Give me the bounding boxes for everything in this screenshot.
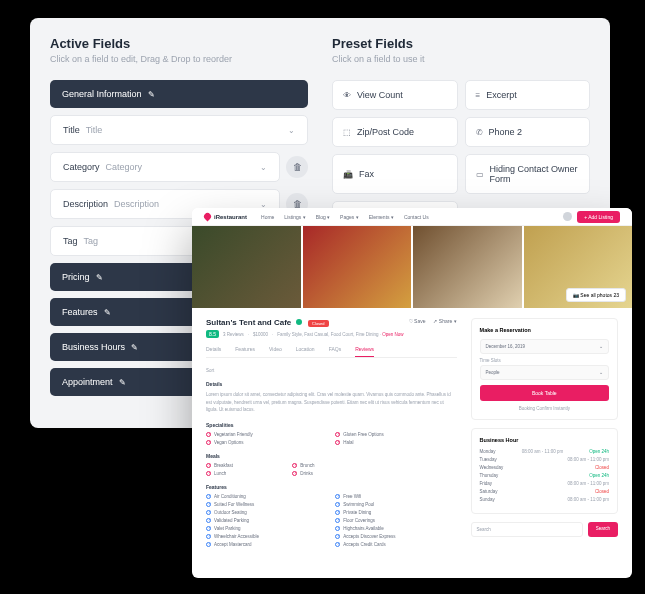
- eye-icon: 👁: [343, 91, 351, 100]
- section-general-info[interactable]: General Information ✎: [50, 80, 308, 108]
- feature-item: Accepts Discover Express: [335, 534, 456, 539]
- chevron-down-icon: ⌄: [288, 126, 295, 135]
- tab-details[interactable]: Details: [206, 346, 221, 357]
- zip-icon: ⬚: [343, 128, 351, 137]
- preset-fields-title: Preset Fields: [332, 36, 590, 51]
- booking-confirm-link[interactable]: Booking Confirm Instantly: [480, 406, 609, 411]
- meals-heading: Meals: [206, 453, 457, 459]
- listing-tabs: Details Features Video Location FAQs Rev…: [206, 346, 457, 358]
- feature-item: Free Wifi: [335, 494, 456, 499]
- check-icon: [335, 510, 340, 515]
- feature-item: Air Conditioning: [206, 494, 327, 499]
- feature-item: Validated Parking: [206, 518, 327, 523]
- check-icon: [206, 518, 211, 523]
- nav-listings[interactable]: Listings ▾: [284, 214, 305, 220]
- pencil-icon: ✎: [104, 308, 111, 317]
- nav-home[interactable]: Home: [261, 214, 274, 220]
- active-fields-subtitle: Click on a field to edit, Drag & Drop to…: [50, 54, 308, 64]
- check-icon: [206, 534, 211, 539]
- check-icon: [206, 432, 211, 437]
- people-select[interactable]: People⌄: [480, 365, 609, 380]
- search-input[interactable]: Search: [471, 522, 583, 537]
- feature-item: Private Dining: [335, 510, 456, 515]
- reviews-count[interactable]: 3 Reviews: [223, 332, 244, 337]
- search-widget: Search Search: [471, 522, 618, 537]
- check-icon: [335, 526, 340, 531]
- feature-item: Swimming Pool: [335, 502, 456, 507]
- nav-elements[interactable]: Elements ▾: [369, 214, 394, 220]
- reservation-card: Make a Reservation December 16, 2019⌄ Ti…: [471, 318, 618, 420]
- search-button[interactable]: Search: [588, 522, 618, 537]
- pin-icon: [203, 212, 213, 222]
- fax-icon: 📠: [343, 170, 353, 179]
- check-icon: [206, 502, 211, 507]
- check-icon: [335, 518, 340, 523]
- check-icon: [335, 440, 340, 445]
- chevron-down-icon: ⌄: [599, 344, 603, 349]
- delete-button[interactable]: 🗑: [286, 156, 308, 178]
- meal-item: Breakfast: [206, 463, 284, 468]
- hero-image-2[interactable]: [303, 226, 412, 308]
- chevron-down-icon: ⌄: [599, 370, 603, 375]
- feature-item: Outdoor Seating: [206, 510, 327, 515]
- chevron-down-icon: ⌄: [260, 163, 267, 172]
- tab-reviews[interactable]: Reviews: [355, 346, 374, 357]
- share-button[interactable]: ↗ Share ▾: [433, 318, 456, 324]
- hero-image-3[interactable]: [413, 226, 522, 308]
- restaurant-listing-preview: iRestaurant Home Listings ▾ Blog ▾ Pages…: [192, 208, 632, 578]
- field-category[interactable]: Category Category ⌄: [50, 152, 280, 182]
- add-listing-button[interactable]: + Add Listing: [577, 211, 620, 223]
- pencil-icon: ✎: [119, 378, 126, 387]
- tab-features[interactable]: Features: [235, 346, 255, 357]
- meal-item: Drinks: [292, 471, 370, 476]
- tab-faqs[interactable]: FAQs: [329, 346, 342, 357]
- preset-excerpt[interactable]: ≡Excerpt: [465, 80, 591, 110]
- check-icon: [206, 510, 211, 515]
- check-icon: [292, 463, 297, 468]
- preset-contact-form[interactable]: ▭Hiding Contact Owner Form: [465, 154, 591, 194]
- spec-item: Halal: [335, 440, 456, 445]
- hours-title: Business Hour: [480, 437, 609, 443]
- save-button[interactable]: ♡ Save: [409, 318, 426, 324]
- avatar[interactable]: [563, 212, 572, 221]
- see-all-photos-button[interactable]: 📷 See all photos 23: [566, 288, 626, 302]
- sort-dropdown[interactable]: Sort: [206, 368, 214, 373]
- nav-blog[interactable]: Blog ▾: [316, 214, 330, 220]
- hour-row: Sunday08:00 am - 11:00 pm: [480, 497, 609, 502]
- preset-fax[interactable]: 📠Fax: [332, 154, 458, 194]
- listing-main: Sultan's Tent and Cafe Closed 8.5 3 Revi…: [206, 318, 457, 547]
- top-nav: iRestaurant Home Listings ▾ Blog ▾ Pages…: [192, 208, 632, 226]
- preset-phone2[interactable]: ✆Phone 2: [465, 117, 591, 147]
- preset-fields-subtitle: Click on a field to use it: [332, 54, 590, 64]
- pencil-icon: ✎: [96, 273, 103, 282]
- price-range: $10000: [253, 332, 268, 337]
- listing-sidebar: Make a Reservation December 16, 2019⌄ Ti…: [471, 318, 618, 547]
- hero-image-1[interactable]: [192, 226, 301, 308]
- preset-zip[interactable]: ⬚Zip/Post Code: [332, 117, 458, 147]
- check-icon: [206, 471, 211, 476]
- meal-item: Lunch: [206, 471, 284, 476]
- tab-location[interactable]: Location: [296, 346, 315, 357]
- book-table-button[interactable]: Book Table: [480, 385, 609, 401]
- features-heading: Features: [206, 484, 457, 490]
- categories-list: Family Style, Fast Casual, Food Court, F…: [277, 332, 403, 337]
- nav-pages[interactable]: Pages ▾: [340, 214, 359, 220]
- active-fields-title: Active Fields: [50, 36, 308, 51]
- hour-row: ThursdayOpen 24h: [480, 473, 609, 478]
- tab-video[interactable]: Video: [269, 346, 282, 357]
- feature-item: Accepts Credit Cards: [335, 542, 456, 547]
- hero-gallery: 📷 See all photos 23: [192, 226, 632, 308]
- pencil-icon: ✎: [131, 343, 138, 352]
- date-select[interactable]: December 16, 2019⌄: [480, 339, 609, 354]
- field-title[interactable]: Title Title ⌄: [50, 115, 308, 145]
- specialities-heading: Specialities: [206, 422, 457, 428]
- preset-view-count[interactable]: 👁View Count: [332, 80, 458, 110]
- hour-row: WednesdayClosed: [480, 465, 609, 470]
- listing-title: Sultan's Tent and Cafe: [206, 318, 291, 327]
- logo[interactable]: iRestaurant: [204, 213, 247, 220]
- check-icon: [335, 542, 340, 547]
- check-icon: [206, 526, 211, 531]
- nav-contact[interactable]: Contact Us: [404, 214, 429, 220]
- hour-row: Friday08:00 am - 11:00 pm: [480, 481, 609, 486]
- spec-item: Gluten Free Options: [335, 432, 456, 437]
